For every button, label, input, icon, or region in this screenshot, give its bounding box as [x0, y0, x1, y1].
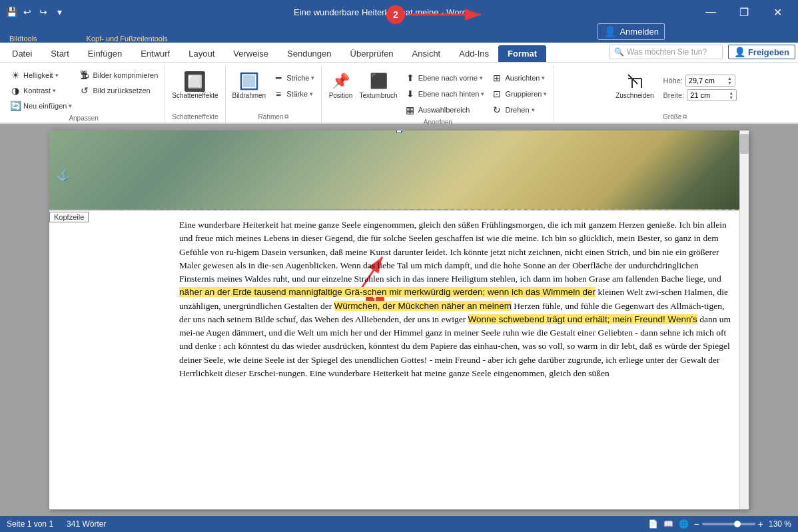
ausrichten-icon: ⊞ [491, 72, 503, 84]
tab-addins[interactable]: Add-Ins [450, 45, 498, 62]
bildtools-label: Bildtools [5, 35, 41, 43]
scrollbar[interactable] [739, 131, 749, 509]
breite-spinner[interactable]: ▲▼ [729, 91, 733, 100]
anpassen-label: Anpassen [7, 113, 161, 124]
anchor-icon: ⚓ [56, 167, 71, 182]
staerke-icon: ≡ [272, 88, 284, 100]
helligkeit-button[interactable]: ☀ Helligkeit ▾ [7, 68, 75, 83]
auswahlbereich-button[interactable]: ▦ Auswahlbereich [402, 103, 488, 117]
tab-einfuegen[interactable]: Einfügen [79, 45, 131, 62]
bild-zuruecksetzen-button[interactable]: ↺ Bild zurücksetzen [76, 83, 161, 98]
document-page: ⚓ 1 Kopfzeile Eine wunderbare Heiterkeit… [49, 131, 749, 509]
hoehe-input[interactable]: 29,7 cm ▲▼ [685, 75, 735, 87]
drehen-icon: ↻ [491, 104, 503, 116]
rahmen-items: Bildrahmen ━ Striche ▾ ≡ Stärke ▾ [230, 67, 318, 112]
ebene-vorne-icon: ⬆ [404, 72, 416, 84]
search-box[interactable]: 🔍 Was möchten Sie tun? [609, 45, 723, 59]
zoom-in-icon[interactable]: + [758, 519, 763, 529]
document-area: ⚓ 1 Kopfzeile Eine wunderbare Heiterkeit… [0, 124, 798, 516]
rahmen-expand-icon[interactable]: ⧉ [284, 113, 288, 121]
zoom-out-icon[interactable]: − [694, 519, 699, 529]
word-count: 341 Wörter [67, 519, 106, 529]
title-bar-center: Eine wunderbare Heiterkeit hat meine - W… [65, 7, 695, 17]
ribbon-tabs: Datei Start Einfügen Entwurf Layout Verw… [0, 43, 798, 63]
neu-einfuegen-icon: 🔄 [9, 100, 21, 112]
anpassen-items: ☀ Helligkeit ▾ ◑ Kontrast ▾ 🔄 Neu einfüg… [7, 67, 161, 113]
position-button[interactable]: 📌 Position [326, 68, 355, 102]
tab-ansicht[interactable]: Ansicht [403, 45, 450, 62]
schatteneffekte-items: 🔲 Schatteneffekte [169, 67, 220, 112]
status-bar-right: 📄 📖 🌐 − + 130 % [648, 519, 791, 529]
ebene-hinten-icon: ⬇ [404, 88, 416, 100]
groesse-expand-icon[interactable]: ⧉ [683, 113, 687, 121]
zoom-level: 130 % [769, 519, 791, 529]
save-icon[interactable]: 💾 [5, 6, 17, 18]
tab-datei[interactable]: Datei [3, 45, 41, 62]
schatteneffekte-button[interactable]: 🔲 Schatteneffekte [169, 68, 220, 102]
tab-entwurf[interactable]: Entwurf [131, 45, 179, 62]
schatteneffekte-label: Schatteneffekte [169, 112, 220, 123]
hoehe-control: Höhe: 29,7 cm ▲▼ [663, 75, 737, 87]
neu-einfuegen-button[interactable]: 🔄 Neu einfügen ▾ [7, 99, 75, 113]
title-bar-right: — ❐ ✕ [695, 0, 793, 24]
breite-label: Breite: [663, 91, 684, 99]
drehen-button[interactable]: ↻ Drehen ▾ [488, 103, 550, 117]
textumbruch-icon: ⬛ [368, 71, 389, 92]
kopfzeile-label: Kopfzeile [49, 212, 89, 222]
breite-input[interactable]: 21 cm ▲▼ [687, 89, 737, 101]
bild-zuruecksetzen-icon: ↺ [79, 85, 91, 97]
view-read-icon[interactable]: 📖 [663, 519, 673, 529]
close-button[interactable]: ✕ [762, 0, 793, 24]
tab-format[interactable]: Format [498, 45, 546, 62]
tab-ueberprufen[interactable]: Überprüfen [341, 45, 403, 62]
more-icon[interactable]: ▾ [53, 6, 65, 18]
gruppieren-button[interactable]: ⊡ Gruppieren ▾ [488, 87, 550, 101]
kontrast-icon: ◑ [9, 85, 21, 97]
kopf-fusszeilen-label: Kopf- und Fußzeilentools [83, 35, 172, 43]
ebene-hinten-button[interactable]: ⬇ Ebene nach hinten ▾ [402, 87, 488, 101]
anordnen-group: 📌 Position ⬛ Textumbruch ⬆ Ebene nach vo… [322, 65, 554, 123]
helligkeit-icon: ☀ [9, 69, 21, 81]
hoehe-spinner[interactable]: ▲▼ [727, 76, 732, 85]
annotation-2-container: 2 [386, 5, 489, 24]
groesse-label: Größe ⧉ [558, 112, 791, 123]
context-tabs-row: Bildtools Kopf- und Fußzeilentools 👤 Anm… [0, 24, 798, 43]
undo-icon[interactable]: ↩ [21, 6, 33, 18]
view-normal-icon[interactable]: 📄 [648, 519, 658, 529]
ebene-vorne-button[interactable]: ⬆ Ebene nach vorne ▾ [402, 71, 488, 85]
gruppieren-icon: ⊡ [491, 88, 503, 100]
zuschneiden-button[interactable]: Zuschneiden [613, 68, 656, 102]
zoom-slider[interactable] [702, 523, 755, 525]
annotation-2-arrow [409, 7, 489, 23]
bildrahmen-icon [238, 71, 260, 92]
minimize-button[interactable]: — [695, 0, 726, 24]
anpassen-group: ☀ Helligkeit ▾ ◑ Kontrast ▾ 🔄 Neu einfüg… [3, 65, 165, 123]
zoom-control[interactable]: − + [694, 519, 763, 529]
bilder-komprimieren-button[interactable]: 🗜 Bilder komprimieren [76, 68, 161, 83]
striche-icon: ━ [272, 72, 284, 84]
ribbon-right-actions: 🔍 Was möchten Sie tun? 👤 Freigeben [609, 45, 795, 62]
bilder-komprimieren-icon: 🗜 [79, 69, 91, 81]
annotation-2: 2 [386, 5, 405, 24]
freigeben-button[interactable]: 👤 Freigeben [728, 45, 795, 59]
staerke-button[interactable]: ≡ Stärke ▾ [270, 87, 317, 101]
tab-layout[interactable]: Layout [179, 45, 224, 62]
position-icon: 📌 [330, 71, 351, 92]
restore-button[interactable]: ❐ [729, 0, 759, 24]
zuschneiden-icon [624, 71, 645, 92]
rahmen-group: Bildrahmen ━ Striche ▾ ≡ Stärke ▾ Rahmen… [226, 65, 322, 123]
view-web-icon[interactable]: 🌐 [679, 519, 689, 529]
header-image[interactable]: ⚓ 1 [49, 131, 749, 210]
ausrichten-button[interactable]: ⊞ Ausrichten ▾ [488, 71, 550, 85]
tab-verweise[interactable]: Verweise [224, 45, 278, 62]
tab-sendungen[interactable]: Sendungen [278, 45, 341, 62]
anmelden-button[interactable]: 👤 Anmelden [598, 23, 665, 40]
striche-button[interactable]: ━ Striche ▾ [270, 71, 317, 85]
redo-icon[interactable]: ↪ [37, 6, 49, 18]
bildrahmen-button[interactable]: Bildrahmen [230, 68, 269, 102]
page-indicator: Seite 1 von 1 [7, 519, 53, 529]
schatteneffekte-icon: 🔲 [185, 71, 206, 92]
textumbruch-button[interactable]: ⬛ Textumbruch [356, 68, 400, 102]
tab-start[interactable]: Start [41, 45, 78, 62]
kontrast-button[interactable]: ◑ Kontrast ▾ [7, 83, 75, 98]
